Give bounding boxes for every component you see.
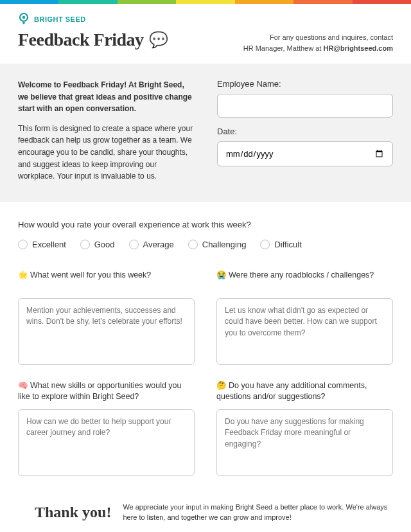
brain-icon: 🧠 [18,381,28,390]
radio-icon [260,240,270,249]
brand-name: BRIGHT SEED [34,15,86,23]
svg-point-1 [22,16,25,19]
radio-icon [80,240,90,249]
thank-you-heading: Thank you! [35,504,111,521]
rating-question: How would you rate your overall experien… [18,220,393,229]
intro-section: Welcome to Feedback Friday! At Bright Se… [0,64,411,202]
page-title: Feedback Friday 💬 [18,30,168,50]
date-input[interactable] [217,141,393,166]
radio-average[interactable]: Average [129,240,174,249]
q4-label: 🤔Do you have any additional comments, qu… [216,380,393,403]
logo-icon [18,13,30,26]
crying-icon: 😭 [216,270,227,279]
radio-excellent[interactable]: Excellent [18,240,66,249]
main-form: How would you rate your overall experien… [0,202,411,490]
rating-options: Excellent Good Average Challenging Diffi… [18,240,393,249]
rainbow-bar [0,0,411,4]
employee-name-input[interactable] [217,94,393,118]
radio-challenging[interactable]: Challenging [188,240,247,249]
svg-rect-2 [23,22,25,24]
header: BRIGHT SEED Feedback Friday 💬 For any qu… [0,4,411,64]
footer-text: We appreciate your input in making Brigh… [123,502,393,523]
star-icon: 🌟 [18,270,28,279]
intro-bold: Welcome to Feedback Friday! At Bright Se… [18,79,194,115]
speech-bubble-icon: 💬 [149,31,168,49]
q3-textarea[interactable] [18,409,195,476]
q2-textarea[interactable] [216,298,393,365]
q2-label: 😭Were there any roadblocks / challenges? [216,270,393,292]
contact-info: For any questions and inquires, contact … [243,30,393,53]
date-label: Date: [217,127,393,136]
footer: Thank you! We appreciate your input in m… [0,490,411,532]
intro-body: This form is designed to create a space … [18,123,194,182]
q4-textarea[interactable] [216,409,393,476]
radio-good[interactable]: Good [80,240,115,249]
radio-icon [129,240,139,249]
employee-name-label: Employee Name: [217,79,393,89]
q1-textarea[interactable] [18,298,195,365]
radio-icon [188,240,198,249]
q3-label: 🧠What new skills or opportunities would … [18,380,195,403]
thinking-icon: 🤔 [216,381,227,390]
q1-label: 🌟What went well for you this week? [18,270,195,292]
radio-icon [18,240,28,249]
brand: BRIGHT SEED [18,13,393,26]
radio-difficult[interactable]: Difficult [260,240,301,249]
